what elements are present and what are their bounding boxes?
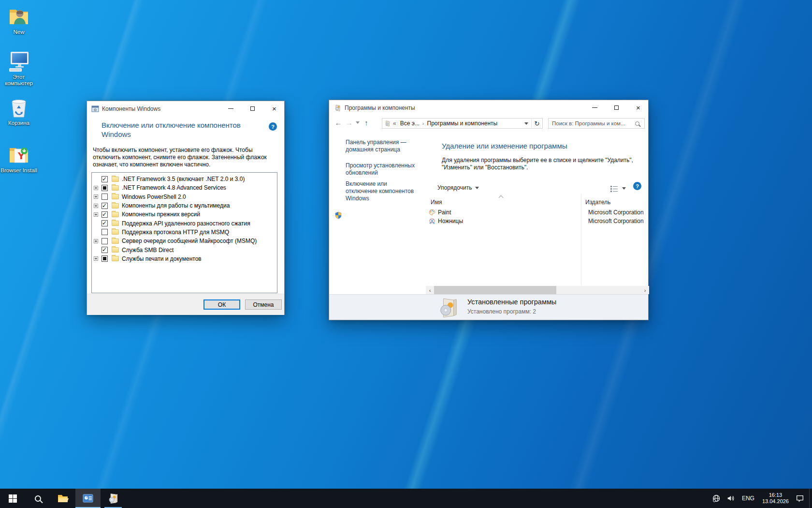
feature-row[interactable]: Поддержка API удаленного разностного сжа… — [92, 219, 277, 227]
up-button[interactable]: ↑ — [361, 116, 372, 129]
breadcrumb-current[interactable]: Программы и компоненты — [425, 120, 500, 127]
nav-windows-features-link[interactable]: Включение или отключение компонентов Win… — [346, 180, 420, 202]
desktop-icon-label: Корзина — [0, 120, 38, 126]
help-button[interactable]: ? — [269, 122, 277, 131]
column-divider[interactable] — [581, 194, 581, 286]
close-icon: × — [272, 105, 276, 112]
expand-icon[interactable] — [94, 239, 98, 243]
search-icon — [635, 121, 639, 126]
help-button[interactable]: ? — [633, 182, 641, 190]
program-name: Ножницы — [438, 218, 463, 224]
refresh-button[interactable]: ↻ — [532, 120, 542, 127]
location-icon — [384, 120, 391, 127]
maximize-button[interactable] — [606, 100, 627, 115]
cancel-button[interactable]: Отмена — [245, 299, 282, 310]
expand-icon[interactable] — [94, 186, 98, 190]
view-dropdown-icon[interactable] — [622, 187, 626, 190]
clock[interactable]: 16:13 13.04.2026 — [758, 489, 793, 508]
forward-button[interactable]: → — [344, 116, 354, 129]
program-row-snipping-tool[interactable]: Ножницы Microsoft Corporation — [429, 217, 463, 225]
folder-icon — [57, 493, 69, 504]
minimize-button[interactable] — [220, 101, 242, 116]
feature-row[interactable]: Служба SMB Direct — [92, 245, 277, 254]
column-header-publisher[interactable]: Издатель — [585, 199, 610, 206]
folder-icon — [112, 185, 119, 191]
desktop-icon-new[interactable]: New — [0, 5, 38, 35]
scrollbar-thumb[interactable] — [434, 286, 556, 294]
horizontal-scrollbar[interactable]: ‹ › — [426, 286, 649, 294]
close-button[interactable]: × — [263, 101, 285, 116]
close-button[interactable]: × — [627, 100, 649, 115]
column-header-name[interactable]: Имя — [431, 199, 442, 206]
explorer-toolbar: ← → ↑ « Все э... › Программы и компонент… — [329, 116, 648, 130]
checkbox[interactable] — [102, 203, 108, 209]
checkbox[interactable] — [102, 185, 108, 191]
taskbar-programs-app[interactable] — [75, 489, 101, 508]
feature-row[interactable]: Сервер очереди сообщений Майкрософт (MSM… — [92, 237, 277, 245]
nav-home-link[interactable]: Панель управления — домашняя страница — [346, 139, 420, 153]
program-publisher: Microsoft Corporation — [588, 218, 644, 224]
checkbox[interactable] — [102, 211, 108, 218]
program-publisher: Microsoft Corporation — [588, 209, 644, 216]
nav-updates-link[interactable]: Просмотр установленных обновлений — [346, 162, 420, 177]
breadcrumb-separator: › — [421, 120, 425, 126]
breadcrumb-overflow[interactable]: « — [391, 120, 398, 127]
volume-icon[interactable] — [724, 489, 738, 508]
feature-label: Поддержка API удаленного разностного сжа… — [122, 220, 250, 227]
feature-row[interactable]: Компоненты для работы с мультимедиа — [92, 201, 277, 210]
language-indicator[interactable]: ENG — [738, 489, 758, 508]
taskbar-search-button[interactable] — [25, 489, 50, 508]
programs-main-pane: Удаление или изменение программы Для уда… — [426, 130, 648, 294]
checkbox[interactable] — [102, 238, 108, 244]
feature-row[interactable]: .NET Framework 3.5 (включает .NET 2.0 и … — [92, 175, 277, 183]
breadcrumb-root[interactable]: Все э... — [398, 120, 421, 127]
dialog-button-strip: ОК Отмена — [87, 294, 284, 315]
address-bar[interactable]: « Все э... › Программы и компоненты ↻ — [382, 118, 543, 129]
ok-button[interactable]: ОК — [203, 299, 240, 310]
desktop-icon-recycle-bin[interactable]: Корзина — [0, 96, 38, 126]
action-center-button[interactable] — [793, 489, 807, 508]
taskbar: ENG 16:13 13.04.2026 — [0, 489, 812, 508]
organize-button[interactable]: Упорядочить — [435, 182, 482, 193]
checkbox[interactable] — [102, 247, 108, 253]
checkbox[interactable] — [102, 194, 108, 200]
checkbox[interactable] — [102, 176, 108, 182]
search-input[interactable]: Поиск в: Программы и ком... — [548, 118, 645, 129]
start-button[interactable] — [0, 489, 25, 508]
desktop-icon-this-pc[interactable]: Этот компьютер — [0, 50, 38, 87]
back-button[interactable]: ← — [333, 116, 344, 129]
feature-row[interactable]: Windows PowerShell 2.0 — [92, 193, 277, 201]
feature-row[interactable]: Поддержка протокола HTTP для MSMQ — [92, 228, 277, 237]
details-view-icon[interactable] — [610, 185, 618, 192]
feature-label: Службы печати и документов — [122, 255, 202, 262]
network-globe-icon[interactable] — [709, 489, 724, 508]
page-heading: Удаление или изменение программы — [442, 142, 567, 150]
checkbox[interactable] — [102, 255, 108, 262]
desktop-icon-browser-install[interactable]: Y Browser Install — [0, 143, 38, 174]
feature-row[interactable]: .NET Framework 4.8 Advanced Services — [92, 183, 277, 192]
checkbox[interactable] — [102, 229, 108, 235]
programs-and-features-window: Программы и компоненты × ← → ↑ « Все э..… — [329, 100, 649, 320]
address-dropdown-icon[interactable] — [524, 122, 528, 125]
program-row-paint[interactable]: Paint Microsoft Corporation — [429, 208, 451, 216]
expand-icon[interactable] — [94, 204, 98, 208]
features-list[interactable]: .NET Framework 3.5 (включает .NET 2.0 и … — [91, 172, 277, 293]
minimize-icon — [592, 107, 597, 108]
folder-icon — [112, 203, 119, 209]
feature-row[interactable]: Службы печати и документов — [92, 254, 277, 263]
expand-icon[interactable] — [94, 212, 98, 217]
scroll-left-button[interactable]: ‹ — [426, 286, 434, 294]
checkbox[interactable] — [102, 220, 108, 226]
expand-icon[interactable] — [94, 194, 98, 199]
taskbar-file-explorer[interactable] — [50, 489, 75, 508]
taskbar-installer-app[interactable] — [101, 489, 126, 508]
minimize-button[interactable] — [584, 100, 606, 115]
scroll-right-button[interactable]: › — [641, 286, 649, 294]
expand-icon[interactable] — [94, 256, 98, 261]
maximize-button[interactable] — [242, 101, 263, 116]
recent-pages-button[interactable] — [354, 116, 361, 129]
feature-row[interactable]: Компоненты прежних версий — [92, 210, 277, 219]
software-box-icon — [107, 493, 119, 504]
show-desktop-button[interactable] — [809, 489, 812, 508]
user-folder-icon — [7, 5, 30, 28]
